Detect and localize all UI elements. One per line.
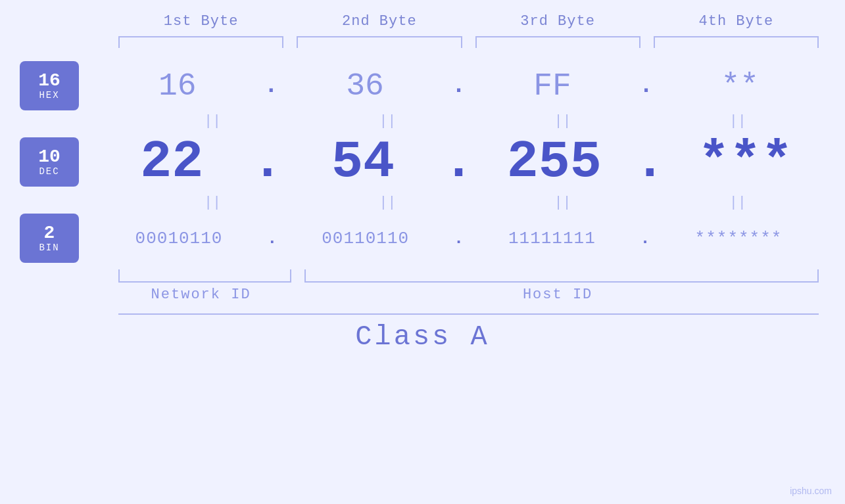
hex-base-number: 16 bbox=[38, 72, 60, 90]
eq1-3: || bbox=[475, 113, 650, 129]
eq2-1: || bbox=[125, 195, 300, 211]
bin-dot3: . bbox=[639, 229, 652, 248]
network-id-label: Network ID bbox=[112, 286, 290, 303]
equals-row-1: || || || || bbox=[20, 113, 825, 129]
bracket-1 bbox=[118, 36, 283, 48]
bin-values: 00010110 . 00110110 . 11111111 . *******… bbox=[92, 229, 825, 248]
bin-base-label: BIN bbox=[39, 242, 59, 253]
eq2-2: || bbox=[300, 195, 475, 211]
bracket-2 bbox=[297, 36, 462, 48]
main-container: 1st Byte 2nd Byte 3rd Byte 4th Byte 16 H… bbox=[0, 0, 845, 504]
eq1-1: || bbox=[125, 113, 300, 129]
bin-byte3: 11111111 bbox=[465, 229, 639, 248]
bin-byte4: ******** bbox=[652, 229, 825, 248]
eq2-3: || bbox=[475, 195, 650, 211]
hex-dot1: . bbox=[263, 72, 280, 99]
bin-dot2: . bbox=[452, 229, 466, 248]
bin-badge: 2 BIN bbox=[20, 214, 79, 263]
dec-byte4: *** bbox=[665, 132, 825, 192]
equals-row-2: || || || || bbox=[20, 195, 825, 211]
dec-byte2: 54 bbox=[283, 132, 443, 192]
dec-dot2: . bbox=[443, 132, 474, 192]
hex-row: 16 HEX 16 . 36 . FF . ** bbox=[20, 61, 825, 110]
network-id-bracket bbox=[118, 269, 291, 283]
hex-byte3: FF bbox=[467, 68, 638, 104]
byte1-header: 1st Byte bbox=[112, 13, 290, 30]
byte4-header: 4th Byte bbox=[647, 13, 825, 30]
eq1-2: || bbox=[300, 113, 475, 129]
dec-badge: 10 DEC bbox=[20, 137, 79, 187]
byte3-header: 3rd Byte bbox=[469, 13, 647, 30]
bin-byte1: 00010110 bbox=[92, 229, 266, 248]
dec-byte3: 255 bbox=[475, 132, 635, 192]
bin-base-number: 2 bbox=[44, 224, 55, 242]
hex-byte4: ** bbox=[654, 68, 825, 104]
dec-values: 22 . 54 . 255 . *** bbox=[92, 132, 825, 192]
bin-byte2: 00110110 bbox=[279, 229, 452, 248]
bottom-brackets-container bbox=[20, 269, 825, 283]
dec-dot3: . bbox=[634, 132, 665, 192]
bin-row: 2 BIN 00010110 . 00110110 . 11111111 . *… bbox=[20, 214, 825, 263]
hex-dot3: . bbox=[638, 72, 655, 99]
class-label: Class A bbox=[355, 321, 489, 353]
dec-base-label: DEC bbox=[39, 166, 59, 177]
hex-byte2: 36 bbox=[279, 68, 450, 104]
class-bracket-container bbox=[20, 313, 825, 315]
dec-byte1: 22 bbox=[92, 132, 252, 192]
bracket-3 bbox=[475, 36, 640, 48]
byte-headers: 1st Byte 2nd Byte 3rd Byte 4th Byte bbox=[20, 13, 825, 30]
hex-values: 16 . 36 . FF . ** bbox=[92, 68, 825, 104]
class-label-container: Class A bbox=[20, 321, 825, 353]
bin-dot1: . bbox=[266, 229, 279, 248]
host-id-bracket bbox=[304, 269, 819, 283]
dec-dot1: . bbox=[252, 132, 283, 192]
hex-byte1: 16 bbox=[92, 68, 263, 104]
id-labels-row: Network ID Host ID bbox=[20, 286, 825, 303]
hex-base-label: HEX bbox=[39, 90, 59, 101]
eq1-4: || bbox=[650, 113, 825, 129]
eq2-4: || bbox=[650, 195, 825, 211]
top-bracket-row bbox=[20, 36, 825, 48]
hex-dot2: . bbox=[450, 72, 468, 99]
dec-row: 10 DEC 22 . 54 . 255 . *** bbox=[20, 132, 825, 192]
dec-base-number: 10 bbox=[38, 148, 60, 166]
host-id-label: Host ID bbox=[290, 286, 825, 303]
byte2-header: 2nd Byte bbox=[290, 13, 468, 30]
bracket-4 bbox=[654, 36, 819, 48]
class-bracket-line bbox=[118, 313, 819, 315]
watermark: ipshu.com bbox=[790, 486, 832, 496]
hex-badge: 16 HEX bbox=[20, 61, 79, 110]
